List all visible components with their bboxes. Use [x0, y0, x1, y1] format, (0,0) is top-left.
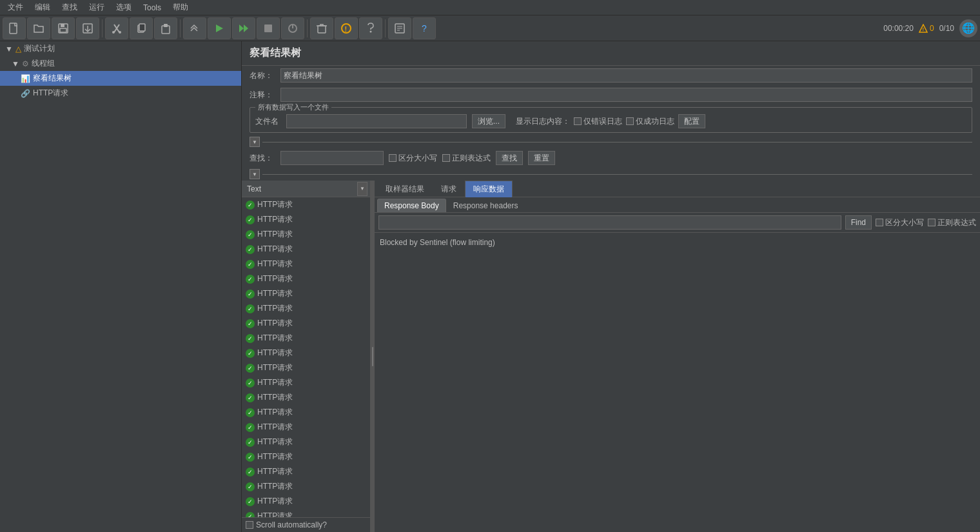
start-remote-button[interactable] — [232, 17, 255, 39]
help-button[interactable]: ? — [413, 17, 436, 39]
menu-run[interactable]: 运行 — [84, 1, 110, 14]
filename-label: 文件名 — [255, 116, 281, 127]
copy-button[interactable] — [130, 17, 153, 39]
sub-tab-response-headers[interactable]: Response headers — [446, 199, 525, 212]
shutdown-button[interactable] — [281, 17, 304, 39]
result-item[interactable]: ✓HTTP请求 — [242, 449, 370, 464]
result-item[interactable]: ✓HTTP请求 — [242, 479, 370, 494]
case-sensitive-checkbox[interactable] — [389, 154, 397, 162]
http-icon: 🔗 — [21, 89, 30, 98]
collapse-btn-2[interactable]: ▼ — [250, 169, 260, 179]
config-button[interactable]: 配置 — [678, 114, 705, 128]
result-item[interactable]: ✓HTTP请求 — [242, 346, 370, 360]
name-label: 名称： — [250, 70, 275, 81]
result-item[interactable]: ✓HTTP请求 — [242, 509, 370, 517]
warning-badge: ! 0 — [919, 24, 934, 33]
result-item[interactable]: ✓HTTP请求 — [242, 301, 370, 316]
dropdown-arrow[interactable]: ▼ — [357, 182, 368, 196]
new-button[interactable] — [3, 17, 26, 39]
result-item[interactable]: ✓HTTP请求 — [242, 242, 370, 257]
status-icon: ✓ — [246, 290, 255, 299]
find-input[interactable] — [378, 215, 841, 230]
menu-edit[interactable]: 编辑 — [30, 1, 55, 14]
result-item-label: HTTP请求 — [257, 259, 293, 270]
find-regex-group: 正则表达式 — [928, 217, 976, 228]
save-button[interactable] — [52, 17, 75, 39]
sub-tab-response-body[interactable]: Response Body — [377, 199, 446, 212]
result-item[interactable]: ✓HTTP请求 — [242, 375, 370, 390]
find-case-checkbox[interactable] — [876, 219, 883, 226]
find-regex-checkbox[interactable] — [928, 219, 936, 226]
status-icon: ✓ — [246, 453, 255, 462]
comment-input[interactable] — [280, 88, 972, 102]
menu-file[interactable]: 文件 — [3, 1, 28, 14]
detail-panel: 取样器结果 请求 响应数据 Response Body Response hea… — [375, 181, 980, 532]
result-item-label: HTTP请求 — [257, 466, 293, 477]
scroll-auto-checkbox[interactable] — [246, 521, 253, 529]
status-icon: ✓ — [246, 482, 255, 491]
menu-search[interactable]: 查找 — [57, 1, 83, 14]
svg-rect-3 — [60, 28, 66, 32]
result-item[interactable]: ✓HTTP请求 — [242, 390, 370, 405]
reset-button[interactable]: 重置 — [528, 151, 555, 165]
search-input[interactable] — [280, 151, 384, 165]
menu-help[interactable]: 帮助 — [168, 1, 193, 14]
menu-tools[interactable]: Tools — [138, 2, 166, 14]
browse-button[interactable]: 浏览... — [472, 114, 505, 128]
result-item[interactable]: ✓HTTP请求 — [242, 405, 370, 420]
help-remote-button[interactable]: ! — [335, 17, 358, 39]
status-icon: ✓ — [246, 260, 255, 269]
status-icon: ✓ — [246, 275, 255, 284]
function-helper-button[interactable] — [359, 17, 382, 39]
text-dropdown[interactable] — [244, 182, 357, 196]
expand-button[interactable] — [183, 17, 206, 39]
comment-row: 注释： — [242, 85, 980, 104]
start-button[interactable] — [208, 17, 231, 39]
result-item[interactable]: ✓HTTP请求 — [242, 212, 370, 227]
result-item[interactable]: ✓HTTP请求 — [242, 420, 370, 435]
result-item-label: HTTP请求 — [257, 511, 293, 517]
tab-sampler-result[interactable]: 取样器结果 — [377, 181, 433, 197]
result-item[interactable]: ✓HTTP请求 — [242, 286, 370, 301]
result-item[interactable]: ✓HTTP请求 — [242, 197, 370, 212]
open-button[interactable] — [27, 17, 50, 39]
find-button[interactable]: 查找 — [496, 151, 523, 165]
tree-item-http-request[interactable]: 🔗 HTTP请求 — [0, 86, 241, 101]
regex-checkbox[interactable] — [442, 154, 450, 162]
tree-item-thread-group[interactable]: ▼ ⚙ 线程组 — [0, 56, 241, 71]
result-item[interactable]: ✓HTTP请求 — [242, 257, 370, 271]
find-case-label: 区分大小写 — [885, 217, 924, 228]
template-button[interactable] — [388, 17, 411, 39]
tab-response-data[interactable]: 响应数据 — [465, 181, 513, 197]
tab-request[interactable]: 请求 — [433, 181, 465, 197]
find-btn[interactable]: Find — [845, 215, 872, 230]
result-item[interactable]: ✓HTTP请求 — [242, 435, 370, 449]
regex-label: 正则表达式 — [452, 153, 491, 164]
status-icon: ✓ — [246, 438, 255, 447]
progress-display: 0/10 — [939, 24, 954, 33]
left-panel: ▼ △ 测试计划 ▼ ⚙ 线程组 📊 察看结果树 🔗 HTTP请求 — [0, 41, 242, 532]
result-item[interactable]: ✓HTTP请求 — [242, 464, 370, 479]
comment-label: 注释： — [250, 90, 275, 101]
collapse-btn-1[interactable]: ▼ — [250, 137, 260, 147]
result-item[interactable]: ✓HTTP请求 — [242, 331, 370, 346]
tree-item-test-plan[interactable]: ▼ △ 测试计划 — [0, 41, 241, 56]
result-item[interactable]: ✓HTTP请求 — [242, 360, 370, 375]
result-item[interactable]: ✓HTTP请求 — [242, 227, 370, 242]
clear-button[interactable] — [310, 17, 333, 39]
saveas-button[interactable] — [76, 17, 99, 39]
tree-item-result-tree[interactable]: 📊 察看结果树 — [0, 71, 241, 86]
error-log-checkbox[interactable] — [574, 117, 582, 125]
cut-button[interactable] — [105, 17, 128, 39]
result-item[interactable]: ✓HTTP请求 — [242, 271, 370, 286]
result-item[interactable]: ✓HTTP请求 — [242, 494, 370, 509]
result-item-label: HTTP请求 — [257, 273, 293, 284]
filename-input[interactable] — [286, 114, 467, 128]
menu-options[interactable]: 选项 — [111, 1, 137, 14]
svg-rect-2 — [61, 24, 64, 27]
paste-button[interactable] — [154, 17, 177, 39]
success-log-checkbox[interactable] — [626, 117, 634, 125]
name-input[interactable] — [280, 68, 972, 83]
stop-button[interactable] — [257, 17, 280, 39]
result-item[interactable]: ✓HTTP请求 — [242, 316, 370, 331]
